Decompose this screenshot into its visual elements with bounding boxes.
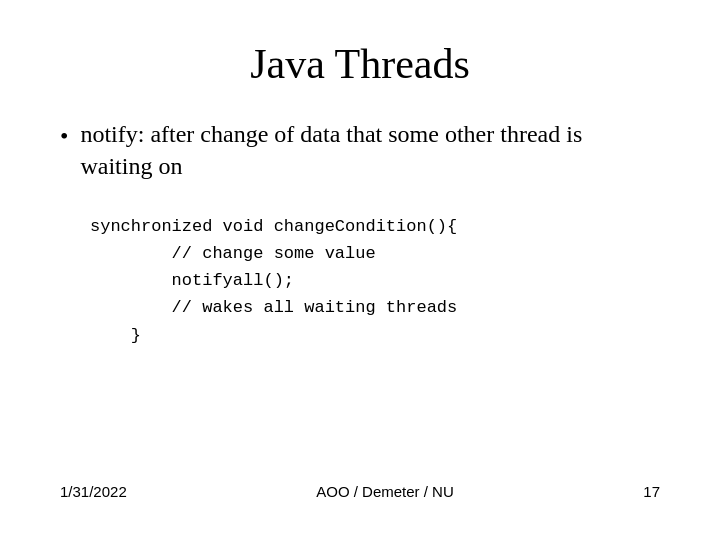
footer-attribution: AOO / Demeter / NU <box>316 483 454 500</box>
bullet-text: notify: after change of data that some o… <box>80 118 660 183</box>
code-line-3: notifyall(); <box>90 271 294 290</box>
code-line-1: synchronized void changeCondition(){ <box>90 217 457 236</box>
code-line-5: } <box>90 326 141 345</box>
content-area: • notify: after change of data that some… <box>60 118 660 473</box>
slide-title: Java Threads <box>60 40 660 88</box>
code-line-4: // wakes all waiting threads <box>90 298 457 317</box>
footer-page-number: 17 <box>643 483 660 500</box>
slide-footer: 1/31/2022 AOO / Demeter / NU 17 <box>60 473 660 500</box>
code-block: synchronized void changeCondition(){ // … <box>90 213 660 349</box>
bullet-dot: • <box>60 120 68 152</box>
slide: Java Threads • notify: after change of d… <box>0 0 720 540</box>
footer-date: 1/31/2022 <box>60 483 127 500</box>
code-line-2: // change some value <box>90 244 376 263</box>
bullet-item: • notify: after change of data that some… <box>60 118 660 183</box>
